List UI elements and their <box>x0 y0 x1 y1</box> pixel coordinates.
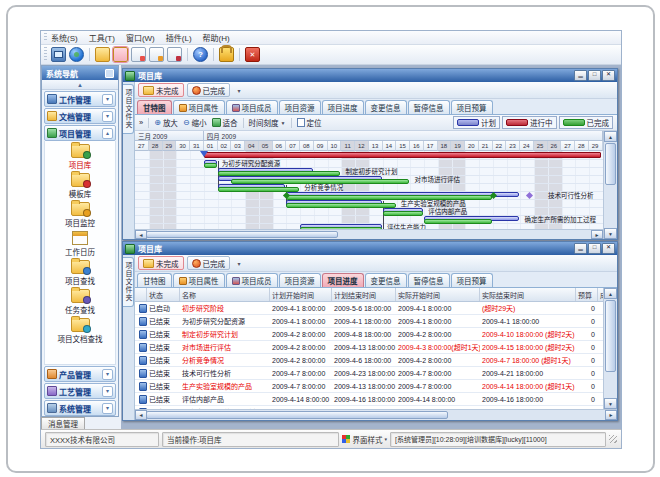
close-button[interactable]: ✕ <box>602 70 615 81</box>
table-row[interactable]: 已结束分析竞争情况2009-4-2 8:00:002009-4-6 18:00:… <box>135 354 603 367</box>
sidebar-collapse-button[interactable]: ▲ <box>42 80 118 90</box>
table-row[interactable]: 已结束为初步研究分配资源2009-4-1 8:00:002009-4-1 18:… <box>135 315 603 328</box>
folder-open-icon[interactable] <box>95 47 110 62</box>
table-row[interactable]: 已启动初步研究阶段2009-4-1 8:00:002009-5-6 18:00:… <box>135 302 603 315</box>
menu-item-插件(L)[interactable]: 插件(L) <box>166 32 192 43</box>
scroll-thumb[interactable] <box>605 143 616 185</box>
tab-甘特图[interactable]: 甘特图 <box>137 100 172 114</box>
tab-项目预算[interactable]: 项目预算 <box>451 100 493 114</box>
scroll-thumb[interactable] <box>605 300 616 372</box>
table-row[interactable]: 已结束对市场进行评估2009-4-2 8:00:002009-4-13 18:0… <box>135 341 603 354</box>
scroll-thumb[interactable] <box>146 411 448 419</box>
tab-project-folder[interactable]: 项目文件夹 <box>123 257 134 307</box>
chevron-down-icon[interactable]: ▾ <box>102 94 113 105</box>
table-horizontal-scrollbar[interactable]: ◄ ► <box>135 409 617 420</box>
report-view-icon[interactable] <box>149 47 164 62</box>
tab-项目资源[interactable]: 项目资源 <box>279 100 321 114</box>
tab-project-folder[interactable]: 项目文件夹 <box>123 84 134 134</box>
scroll-right-arrow[interactable]: ► <box>591 230 603 239</box>
maximize-button[interactable]: □ <box>588 70 601 81</box>
tab-项目进度[interactable]: 项目进度 <box>322 100 364 114</box>
menu-item-帮助(H)[interactable]: 帮助(H) <box>203 32 230 43</box>
chevron-down-icon[interactable]: ▾ <box>102 403 113 414</box>
gantt-bar-done[interactable] <box>286 203 395 208</box>
chevron-down-icon[interactable]: ▾ <box>102 386 113 397</box>
close-button[interactable]: ✕ <box>602 243 615 254</box>
gantt-vertical-scrollbar[interactable]: ▲ ▼ <box>603 131 617 239</box>
column-header-实际开始时间[interactable]: 实际开始时间 <box>396 288 480 301</box>
tab-项目成员[interactable]: 项目成员 <box>226 273 278 287</box>
lock-icon[interactable] <box>219 47 234 62</box>
filter-button-已完成[interactable]: 已完成 <box>187 256 231 270</box>
filter-overflow-button[interactable]: ▾ <box>233 257 245 270</box>
sidebar-item-项目查找[interactable]: 项目查找 <box>65 260 95 286</box>
tab-变更信息[interactable]: 变更信息 <box>365 100 407 114</box>
zoom-out-button[interactable]: ⊖缩小 <box>183 117 207 128</box>
scroll-up-arrow[interactable]: ▲ <box>604 288 617 299</box>
sidebar-group-文档管理[interactable]: 文档管理▾ <box>44 108 116 124</box>
filter-button-未完成[interactable]: 未完成 <box>138 256 184 270</box>
gantt-bar-inprogress[interactable] <box>204 152 601 158</box>
filter-overflow-button[interactable]: ▾ <box>233 84 245 97</box>
table-row[interactable]: 已结束技术可行性分析2009-4-7 8:00:002009-4-23 18:0… <box>135 367 603 380</box>
ui-style-button[interactable]: 界面样式 ▾ <box>342 434 387 445</box>
maximize-button[interactable]: □ <box>588 243 601 254</box>
gantt-body[interactable]: 为初步研究分配资源制定初步研究计划对市场进行评估分析竞争情况技术可行性分析生产实… <box>135 151 603 229</box>
minimize-button[interactable]: ▁ <box>574 243 587 254</box>
gantt-bar-done[interactable] <box>424 219 492 224</box>
tab-甘特图[interactable]: 甘特图 <box>137 273 172 287</box>
zoom-in-button[interactable]: ⊕放大 <box>154 117 178 128</box>
more-tools-button[interactable]: » <box>139 118 143 127</box>
sidebar-item-模板库[interactable]: 模板库 <box>69 173 92 199</box>
tab-暂停信息[interactable]: 暂停信息 <box>408 273 450 287</box>
column-header-预算[interactable]: 预算 <box>576 288 598 301</box>
report-delete-icon[interactable] <box>167 47 182 62</box>
menu-item-系统(S)[interactable]: 系统(S) <box>51 32 78 43</box>
sidebar-item-项目文档查找[interactable]: 项目文档查找 <box>58 318 103 344</box>
fit-button[interactable]: 适合 <box>212 117 238 128</box>
time-scale-button[interactable]: 时间刻度▼ <box>249 117 286 128</box>
tab-项目预算[interactable]: 项目预算 <box>451 273 493 287</box>
chevron-down-icon[interactable]: ▾ <box>102 369 113 380</box>
scroll-down-arrow[interactable]: ▼ <box>604 398 617 409</box>
table-row[interactable]: 已结束生产实验室规模的产品2009-4-7 8:00:002009-4-13 1… <box>135 380 603 393</box>
gantt-bar-done[interactable] <box>383 211 423 216</box>
tab-message-management[interactable]: 消息管理 <box>41 417 85 429</box>
scroll-thumb[interactable] <box>146 231 338 238</box>
column-header-实际结束时间[interactable]: 实际结束时间 <box>480 288 576 301</box>
tab-暂停信息[interactable]: 暂停信息 <box>408 100 450 114</box>
resize-grip[interactable] <box>609 435 617 443</box>
column-header-计划开始时间[interactable]: 计划开始时间 <box>270 288 332 301</box>
menu-item-工具(T)[interactable]: 工具(T) <box>89 32 115 43</box>
table-row[interactable]: 已结束制定初步研究计划2009-4-2 8:00:002009-4-8 18:0… <box>135 328 603 341</box>
sidebar-group-工艺管理[interactable]: 工艺管理▾ <box>44 383 116 399</box>
minimize-button[interactable]: ▁ <box>574 70 587 81</box>
filter-button-已完成[interactable]: 已完成 <box>187 83 231 97</box>
locate-button[interactable]: 定位 <box>297 117 322 128</box>
sidebar-item-工作日历[interactable]: 工作日历 <box>65 231 95 257</box>
sidebar-item-项目监控[interactable]: 项目监控 <box>65 202 95 228</box>
sidebar-group-项目管理[interactable]: 项目管理▴ <box>44 125 116 141</box>
sidebar-group-工作管理[interactable]: 工作管理▾ <box>44 91 116 107</box>
tab-项目属性[interactable]: 项目属性 <box>173 273 225 287</box>
column-header-名称[interactable]: 名称 <box>180 288 270 301</box>
help-icon[interactable] <box>193 47 208 62</box>
report-new-icon[interactable] <box>131 47 146 62</box>
tab-变更信息[interactable]: 变更信息 <box>365 273 407 287</box>
column-header-计划结束时间[interactable]: 计划结束时间 <box>332 288 396 301</box>
tab-项目成员[interactable]: 项目成员 <box>226 100 278 114</box>
sidebar-group-产品管理[interactable]: 产品管理▾ <box>44 366 116 382</box>
tab-项目进度[interactable]: 项目进度 <box>322 273 364 287</box>
scroll-down-arrow[interactable]: ▼ <box>604 228 617 239</box>
tab-项目资源[interactable]: 项目资源 <box>279 273 321 287</box>
sidebar-item-任务查找[interactable]: 任务查找 <box>65 289 95 315</box>
globe-icon[interactable] <box>69 47 84 62</box>
chevron-up-icon[interactable]: ▴ <box>102 128 113 139</box>
sidebar-group-系统管理[interactable]: 系统管理▾ <box>44 400 116 416</box>
window-titlebar[interactable]: 项目库 ▁ □ ✕ <box>123 242 617 255</box>
table-row[interactable]: 已结束评估内部产品2009-4-14 8:00:002009-4-16 18:0… <box>135 393 603 406</box>
scroll-up-arrow[interactable]: ▲ <box>604 131 617 142</box>
computer-icon[interactable] <box>51 47 66 62</box>
stop-icon[interactable] <box>245 47 260 62</box>
column-header-icon[interactable] <box>135 288 147 301</box>
